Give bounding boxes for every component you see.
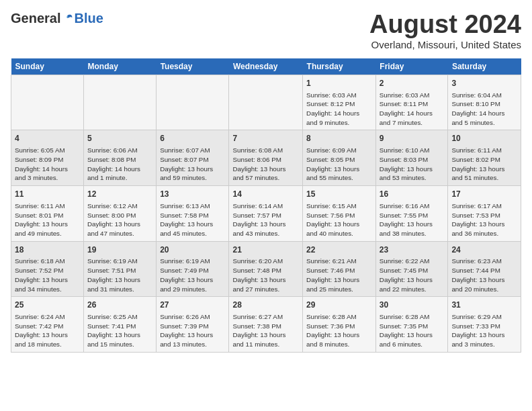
day-number: 6 <box>160 133 225 144</box>
day-info: Sunrise: 6:15 AM Sunset: 7:56 PM Dayligh… <box>306 201 372 238</box>
day-header-thursday: Thursday <box>303 58 376 75</box>
day-info: Sunrise: 6:09 AM Sunset: 8:05 PM Dayligh… <box>306 146 372 183</box>
day-info: Sunrise: 6:22 AM Sunset: 7:45 PM Dayligh… <box>380 257 445 293</box>
day-info: Sunrise: 6:06 AM Sunset: 8:08 PM Dayligh… <box>87 146 152 183</box>
day-info: Sunrise: 6:11 AM Sunset: 8:02 PM Dayligh… <box>451 146 517 183</box>
day-number: 7 <box>232 133 299 144</box>
day-cell: 29Sunrise: 6:28 AM Sunset: 7:36 PM Dayli… <box>303 297 376 353</box>
logo-general: General <box>11 11 60 26</box>
day-number: 27 <box>160 300 225 311</box>
week-row-2: 4Sunrise: 6:05 AM Sunset: 8:09 PM Daylig… <box>11 130 521 186</box>
day-number: 14 <box>232 189 299 200</box>
day-number: 30 <box>380 300 445 311</box>
day-number: 22 <box>306 244 372 256</box>
calendar-table: SundayMondayTuesdayWednesdayThursdayFrid… <box>11 58 521 353</box>
day-number: 17 <box>451 189 517 200</box>
day-cell: 19Sunrise: 6:19 AM Sunset: 7:51 PM Dayli… <box>84 241 157 297</box>
day-info: Sunrise: 6:23 AM Sunset: 7:44 PM Dayligh… <box>451 257 517 293</box>
day-cell: 8Sunrise: 6:09 AM Sunset: 8:05 PM Daylig… <box>303 130 376 186</box>
day-cell: 31Sunrise: 6:29 AM Sunset: 7:33 PM Dayli… <box>448 297 521 353</box>
day-number: 16 <box>380 189 445 200</box>
day-info: Sunrise: 6:20 AM Sunset: 7:48 PM Dayligh… <box>232 257 299 293</box>
day-number: 25 <box>15 300 80 311</box>
day-cell: 9Sunrise: 6:10 AM Sunset: 8:03 PM Daylig… <box>375 130 448 186</box>
day-info: Sunrise: 6:19 AM Sunset: 7:49 PM Dayligh… <box>160 257 225 293</box>
week-row-5: 25Sunrise: 6:24 AM Sunset: 7:42 PM Dayli… <box>11 297 521 353</box>
day-number: 24 <box>451 244 517 256</box>
day-cell: 7Sunrise: 6:08 AM Sunset: 8:06 PM Daylig… <box>229 130 303 186</box>
day-cell: 27Sunrise: 6:26 AM Sunset: 7:39 PM Dayli… <box>157 297 229 353</box>
day-number: 9 <box>380 133 445 144</box>
day-info: Sunrise: 6:16 AM Sunset: 7:55 PM Dayligh… <box>380 201 445 238</box>
day-header-friday: Friday <box>375 58 448 75</box>
day-cell <box>157 75 229 130</box>
day-header-tuesday: Tuesday <box>157 58 229 75</box>
day-number: 2 <box>380 78 445 89</box>
day-info: Sunrise: 6:13 AM Sunset: 7:58 PM Dayligh… <box>160 201 225 238</box>
day-cell: 6Sunrise: 6:07 AM Sunset: 8:07 PM Daylig… <box>157 130 229 186</box>
day-number: 13 <box>160 189 225 200</box>
day-number: 8 <box>306 133 372 144</box>
day-header-saturday: Saturday <box>448 58 521 75</box>
day-info: Sunrise: 6:12 AM Sunset: 8:00 PM Dayligh… <box>87 201 152 238</box>
day-info: Sunrise: 6:24 AM Sunset: 7:42 PM Dayligh… <box>15 312 80 349</box>
day-info: Sunrise: 6:26 AM Sunset: 7:39 PM Dayligh… <box>160 312 225 349</box>
week-row-4: 18Sunrise: 6:18 AM Sunset: 7:52 PM Dayli… <box>11 241 521 297</box>
day-cell: 18Sunrise: 6:18 AM Sunset: 7:52 PM Dayli… <box>11 241 84 297</box>
day-info: Sunrise: 6:11 AM Sunset: 8:01 PM Dayligh… <box>15 201 80 238</box>
day-number: 11 <box>15 189 80 200</box>
day-cell: 1Sunrise: 6:03 AM Sunset: 8:12 PM Daylig… <box>303 75 376 130</box>
day-info: Sunrise: 6:21 AM Sunset: 7:46 PM Dayligh… <box>306 257 372 293</box>
day-info: Sunrise: 6:29 AM Sunset: 7:33 PM Dayligh… <box>451 312 517 349</box>
day-number: 19 <box>87 244 152 256</box>
day-info: Sunrise: 6:07 AM Sunset: 8:07 PM Dayligh… <box>160 146 225 183</box>
day-header-wednesday: Wednesday <box>229 58 303 75</box>
day-number: 29 <box>306 300 372 311</box>
day-cell: 22Sunrise: 6:21 AM Sunset: 7:46 PM Dayli… <box>303 241 376 297</box>
day-cell: 28Sunrise: 6:27 AM Sunset: 7:38 PM Dayli… <box>229 297 303 353</box>
day-info: Sunrise: 6:03 AM Sunset: 8:12 PM Dayligh… <box>306 91 372 128</box>
day-cell <box>84 75 157 130</box>
day-number: 18 <box>15 244 80 256</box>
day-cell: 21Sunrise: 6:20 AM Sunset: 7:48 PM Dayli… <box>229 241 303 297</box>
logo: General Blue <box>11 11 103 26</box>
day-cell: 20Sunrise: 6:19 AM Sunset: 7:49 PM Dayli… <box>157 241 229 297</box>
day-cell: 30Sunrise: 6:28 AM Sunset: 7:35 PM Dayli… <box>375 297 448 353</box>
day-number: 12 <box>87 189 152 200</box>
day-info: Sunrise: 6:04 AM Sunset: 8:10 PM Dayligh… <box>451 91 517 128</box>
day-cell: 25Sunrise: 6:24 AM Sunset: 7:42 PM Dayli… <box>11 297 84 353</box>
day-cell: 3Sunrise: 6:04 AM Sunset: 8:10 PM Daylig… <box>448 75 521 130</box>
day-cell: 14Sunrise: 6:14 AM Sunset: 7:57 PM Dayli… <box>229 186 303 242</box>
day-cell: 24Sunrise: 6:23 AM Sunset: 7:44 PM Dayli… <box>448 241 521 297</box>
day-number: 10 <box>451 133 517 144</box>
day-info: Sunrise: 6:08 AM Sunset: 8:06 PM Dayligh… <box>232 146 299 183</box>
day-info: Sunrise: 6:28 AM Sunset: 7:35 PM Dayligh… <box>380 312 445 349</box>
logo-blue: Blue <box>74 11 103 26</box>
day-info: Sunrise: 6:05 AM Sunset: 8:09 PM Dayligh… <box>15 146 80 183</box>
day-info: Sunrise: 6:14 AM Sunset: 7:57 PM Dayligh… <box>232 201 299 238</box>
day-cell <box>229 75 303 130</box>
day-info: Sunrise: 6:27 AM Sunset: 7:38 PM Dayligh… <box>232 312 299 349</box>
day-number: 26 <box>87 300 152 311</box>
day-cell: 2Sunrise: 6:03 AM Sunset: 8:11 PM Daylig… <box>375 75 448 130</box>
day-number: 31 <box>451 300 517 311</box>
week-row-1: 1Sunrise: 6:03 AM Sunset: 8:12 PM Daylig… <box>11 75 521 130</box>
title-area: August 2024 Overland, Missouri, United S… <box>369 11 521 50</box>
calendar-header-row: SundayMondayTuesdayWednesdayThursdayFrid… <box>11 58 521 75</box>
week-row-3: 11Sunrise: 6:11 AM Sunset: 8:01 PM Dayli… <box>11 186 521 242</box>
day-header-sunday: Sunday <box>11 58 84 75</box>
day-number: 1 <box>306 78 372 89</box>
day-info: Sunrise: 6:10 AM Sunset: 8:03 PM Dayligh… <box>380 146 445 183</box>
day-number: 23 <box>380 244 445 256</box>
day-number: 28 <box>232 300 299 311</box>
day-cell: 12Sunrise: 6:12 AM Sunset: 8:00 PM Dayli… <box>84 186 157 242</box>
day-number: 21 <box>232 244 299 256</box>
day-cell: 11Sunrise: 6:11 AM Sunset: 8:01 PM Dayli… <box>11 186 84 242</box>
day-number: 4 <box>15 133 80 144</box>
day-header-monday: Monday <box>84 58 157 75</box>
day-cell: 5Sunrise: 6:06 AM Sunset: 8:08 PM Daylig… <box>84 130 157 186</box>
day-number: 3 <box>451 78 517 89</box>
day-info: Sunrise: 6:03 AM Sunset: 8:11 PM Dayligh… <box>380 91 445 128</box>
day-info: Sunrise: 6:25 AM Sunset: 7:41 PM Dayligh… <box>87 312 152 349</box>
day-cell <box>11 75 84 130</box>
